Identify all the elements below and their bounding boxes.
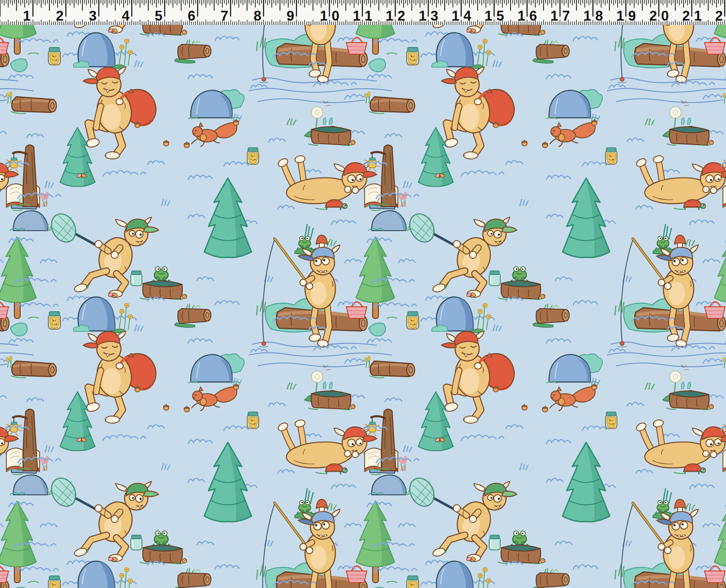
bush-squiggle: [367, 502, 391, 506]
frog-motif: [153, 266, 170, 282]
ruler-number: 1: [550, 8, 558, 24]
acorn-motif: [184, 406, 189, 412]
jar-empty-motif: [131, 271, 142, 286]
ruler-number: 1: [451, 8, 459, 24]
rock-daffodil-motif: [73, 297, 133, 333]
ruler-number: 9: [628, 8, 636, 24]
jar-firefly-motif: [48, 576, 60, 588]
bush-squiggle: [305, 433, 321, 438]
bush-squiggle: [27, 133, 43, 137]
bush-squiggle: [0, 94, 11, 99]
grass-tuft: [520, 464, 528, 470]
squirrel-motif: [192, 123, 237, 146]
bush-squiggle: [188, 439, 212, 444]
grass-tuft: [520, 199, 528, 206]
bush-squiggle: [582, 162, 606, 166]
acorn-motif: [233, 383, 239, 390]
bush-squiggle: [627, 402, 644, 406]
grass-tuft: [327, 240, 336, 246]
log-small-motif: [175, 304, 211, 327]
bush-squiggle: [9, 238, 33, 242]
ruler-number: 1: [584, 8, 591, 24]
bush-squiggle: [9, 502, 33, 506]
jar-firefly-motif: [247, 412, 259, 429]
ruler-number: 2: [649, 8, 657, 24]
pine-teal-motif: [563, 442, 610, 522]
acorn-motif: [163, 140, 169, 146]
bush-squiggle: [215, 36, 239, 41]
bush-squiggle: [0, 130, 6, 135]
bush-squiggle: [703, 94, 726, 99]
log-motif: [6, 92, 56, 114]
bush-squiggle: [148, 160, 164, 164]
bush-squiggle: [63, 317, 79, 321]
bush-squiggle: [251, 348, 267, 352]
frog-motif: [153, 531, 170, 546]
stump-motif: [308, 118, 355, 146]
bush-squiggle: [546, 339, 571, 343]
bush-squiggle: [573, 300, 597, 305]
grass-tuft: [645, 383, 654, 389]
grass-tuft: [45, 446, 53, 452]
bush-squiggle: [703, 523, 720, 527]
rock-daffodil-motif: [432, 561, 491, 588]
grass-tuft: [287, 383, 296, 389]
grass-tuft: [686, 504, 695, 510]
hiker-motif: [442, 331, 514, 423]
rock-grass-motif: [368, 211, 411, 231]
stump-motif: [666, 118, 713, 146]
bush-squiggle: [573, 36, 597, 41]
bush-squiggle: [63, 53, 79, 57]
log-small-motif: [175, 40, 211, 63]
bush-squiggle: [385, 133, 402, 137]
bush-squiggle: [367, 74, 391, 79]
bush-squiggle: [224, 426, 248, 430]
bush-squiggle: [546, 214, 563, 218]
bush-squiggle: [0, 259, 3, 263]
fisher-motif: [607, 501, 726, 588]
bush-squiggle: [345, 523, 361, 527]
bush-squiggle: [636, 205, 653, 209]
bush-squiggle: [251, 84, 267, 88]
hiker-motif: [83, 331, 156, 423]
pine-teal-motif: [204, 442, 251, 522]
ruler-number: 8: [253, 8, 261, 24]
bush-squiggle: [16, 567, 58, 572]
bush-squiggle: [40, 523, 57, 527]
grass-tuft: [287, 119, 296, 125]
fisher-motif: [249, 237, 397, 367]
bush-squiggle: [546, 439, 571, 444]
ruler-number: 0: [661, 8, 669, 24]
acorn-motif: [522, 404, 527, 410]
log-small-motif: [533, 40, 569, 63]
jar-firefly-motif: [606, 412, 617, 429]
bush-squiggle: [636, 469, 653, 473]
bush-squiggle: [555, 541, 572, 545]
ruler-number: 1: [694, 8, 702, 24]
bush-squiggle: [215, 565, 239, 569]
ruler-number: 1: [386, 8, 393, 24]
ruler-number: 6: [188, 8, 195, 24]
acorn-motif: [592, 383, 597, 390]
bush-squiggle: [305, 169, 321, 173]
log-motif: [365, 356, 415, 378]
squirrel-motif: [550, 123, 595, 146]
bush-squiggle: [9, 339, 33, 343]
bush-squiggle: [331, 484, 356, 489]
acorn-motif: [184, 142, 189, 148]
ruler-number: 1: [616, 8, 624, 24]
ruler-number: 9: [287, 8, 294, 24]
ruler-number: 1: [518, 8, 525, 24]
ruler-number: 3: [89, 8, 96, 24]
bush-squiggle: [278, 205, 294, 209]
bush-squiggle: [506, 425, 523, 429]
stump-motif: [666, 382, 713, 410]
pattern-tile: [4, 292, 408, 588]
grass-tuft: [493, 325, 501, 331]
jar-firefly-motif: [407, 576, 419, 588]
grass-tuft: [327, 504, 336, 510]
bush-squiggle: [148, 425, 164, 429]
jar-firefly-motif: [606, 148, 617, 164]
squirrel-motif: [550, 387, 595, 411]
ruler-number: 1: [485, 8, 492, 24]
